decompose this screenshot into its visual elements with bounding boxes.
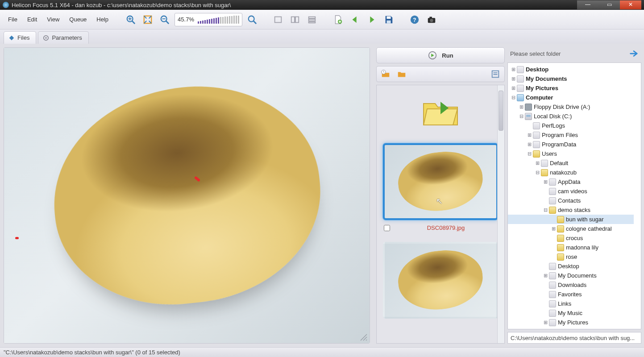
layout-single-button[interactable] (271, 12, 285, 27)
tree-twisty[interactable]: ⊞ (551, 226, 556, 232)
fit-screen-button[interactable] (141, 12, 155, 27)
thumbnail-item[interactable] (383, 242, 498, 319)
run-button[interactable]: Run (376, 47, 505, 63)
tree-twisty[interactable]: ⊞ (527, 132, 532, 138)
tree-twisty[interactable]: ⊞ (543, 179, 548, 185)
tab-parameters[interactable]: Parameters (38, 31, 88, 44)
close-button[interactable]: ✕ (620, 0, 641, 9)
tree-node[interactable]: ·My Music (508, 308, 634, 318)
menu-help[interactable]: Help (93, 14, 112, 25)
tree-node[interactable]: ⊞Program Files (508, 130, 634, 140)
status-text: "C:\Users\natakozub\demo stacks\bun with… (4, 349, 180, 356)
tree-twisty[interactable]: ⊞ (519, 104, 524, 110)
tree-node-label: Links (558, 300, 571, 307)
list-options-button[interactable] (489, 68, 502, 80)
folder-icon (533, 132, 540, 139)
tree-twisty[interactable]: ⊟ (543, 207, 548, 213)
tree-node[interactable]: ⊟Computer (508, 93, 634, 102)
tree-twisty[interactable]: ⊟ (519, 113, 524, 119)
open-folder-button[interactable] (395, 68, 408, 80)
tree-node[interactable]: ⊞My Pictures (508, 318, 634, 327)
folder-tree[interactable]: ⊞Desktop⊞My Documents⊞My Pictures⊟Comput… (507, 62, 641, 329)
forward-arrow-icon[interactable] (629, 49, 639, 58)
tree-twisty[interactable]: ⊞ (511, 85, 516, 91)
tree-node[interactable]: ·Contacts (508, 196, 634, 205)
menu-view[interactable]: View (43, 14, 63, 25)
tree-node[interactable]: ⊞Default (508, 158, 634, 168)
tree-twisty[interactable]: ⊟ (511, 95, 516, 100)
minimize-button[interactable]: — (577, 0, 598, 9)
thumbnail-scrollbar[interactable] (497, 85, 504, 343)
thumbnail-checkbox[interactable] (384, 225, 390, 231)
tree-node[interactable]: ⊞ProgramData (508, 140, 634, 149)
statusbar: "C:\Users\natakozub\demo stacks\bun with… (0, 347, 644, 357)
tree-node[interactable]: ⊟Users (508, 149, 634, 158)
tree-node[interactable]: ⊞cologne cathedral (508, 224, 634, 233)
menu-edit[interactable]: Edit (24, 14, 41, 25)
tree-node[interactable]: ⊟demo stacks (508, 205, 634, 215)
tree-node[interactable]: ⊞Floppy Disk Drive (A:) (508, 102, 634, 112)
layout-list-icon (307, 15, 317, 25)
tree-node[interactable]: ·madonna lily (508, 243, 634, 252)
tree-node[interactable]: ·Links (508, 299, 634, 308)
folder-icon (549, 300, 556, 307)
tree-node[interactable]: ·rose (508, 252, 634, 262)
tree-node[interactable]: ·Desktop (508, 262, 634, 271)
tree-node[interactable]: ·crocus (508, 233, 634, 243)
layout-split-button[interactable] (288, 12, 302, 27)
magnifier-icon (247, 15, 257, 25)
tree-node[interactable]: ⊞My Documents (508, 74, 634, 83)
tree-node[interactable]: ·Favorites (508, 290, 634, 299)
thumbnail-list[interactable]: ↖ DSC08979.jpg (376, 85, 505, 344)
tree-node[interactable]: ·Downloads (508, 280, 634, 290)
tree-node[interactable]: ⊞Desktop (508, 65, 634, 74)
tree-twisty[interactable]: ⊞ (511, 76, 516, 82)
tree-node[interactable]: ⊟Local Disk (C:) (508, 112, 634, 121)
actual-size-button[interactable] (245, 12, 259, 27)
tree-twisty[interactable]: ⊞ (535, 160, 540, 166)
tree-node[interactable]: ·PerfLogs (508, 121, 634, 130)
thumbnail-selected[interactable]: ↖ (383, 143, 498, 220)
folder-icon (541, 160, 548, 167)
svg-rect-18 (386, 20, 391, 23)
zoom-bars[interactable] (198, 16, 239, 24)
new-document-button[interactable] (331, 12, 345, 27)
zoom-level-box[interactable]: 45.7% (175, 13, 242, 26)
tree-twisty[interactable]: ⊟ (535, 170, 540, 175)
recent-folder-button[interactable] (379, 68, 392, 80)
tree-node-label: Users (542, 150, 557, 157)
zoom-out-button[interactable] (158, 12, 172, 27)
path-box[interactable]: C:\Users\natakozub\demo stacks\bun with … (507, 332, 641, 344)
tree-twisty[interactable]: ⊞ (511, 66, 516, 72)
tab-files[interactable]: Files (4, 31, 36, 44)
folder-icon (557, 225, 564, 232)
tree-twisty[interactable]: ⊞ (527, 141, 532, 147)
tree-twisty[interactable]: ⊞ (543, 273, 548, 278)
tree-twisty[interactable]: ⊟ (527, 151, 532, 157)
tree-node[interactable]: ·cam videos (508, 187, 634, 196)
viewport-resize-icon[interactable] (360, 333, 368, 341)
menu-queue[interactable]: Queue (66, 14, 90, 25)
next-button[interactable] (365, 12, 379, 27)
tree-node[interactable]: ⊞My Pictures (508, 83, 634, 93)
help-button[interactable]: ? (407, 12, 422, 27)
tree-node-label: bun with sugar (566, 216, 604, 223)
maximize-button[interactable]: ▭ (598, 0, 620, 9)
tree-node[interactable]: ⊞My Documents (508, 271, 634, 280)
menubar: File Edit View Queue Help 45.7% ? (0, 10, 644, 29)
tree-node-label: Floppy Disk Drive (A:) (534, 104, 590, 110)
save-button[interactable] (382, 12, 396, 27)
tree-node-label: Desktop (526, 66, 548, 73)
folder-icon (549, 272, 556, 279)
tree-node[interactable]: ·bun with sugar (508, 215, 634, 224)
image-viewport[interactable] (4, 47, 370, 344)
tree-node[interactable]: ⊞AppData (508, 177, 634, 187)
menu-file[interactable]: File (4, 14, 21, 25)
tree-node[interactable]: ⊟natakozub (508, 168, 634, 177)
layout-list-button[interactable] (305, 12, 319, 27)
camera-button[interactable] (424, 12, 439, 27)
prev-button[interactable] (348, 12, 362, 27)
tree-twisty[interactable]: ⊞ (543, 320, 548, 325)
zoom-in-button[interactable] (124, 12, 138, 27)
arrow-right-icon (367, 15, 377, 25)
